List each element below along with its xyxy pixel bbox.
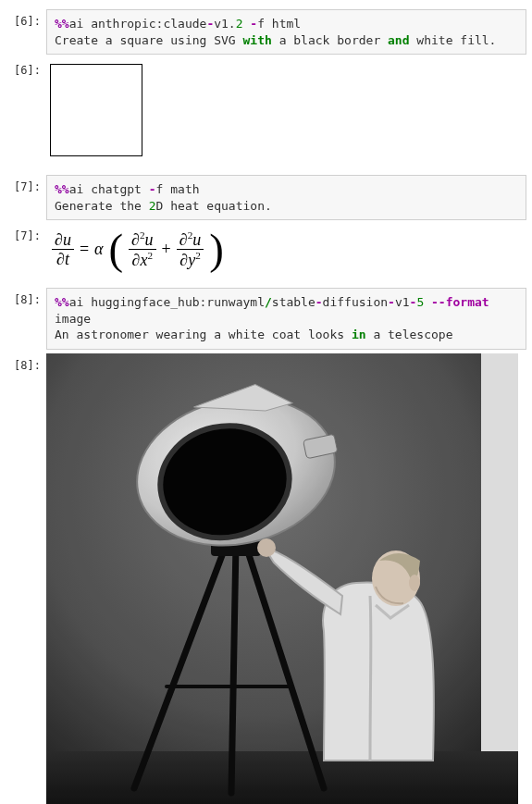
cell-input-row: [6]: %%ai anthropic:claude-v1.2 -f htmlC… xyxy=(6,9,526,55)
heat-equation: ∂u ∂t = α ( ∂2u ∂x2 + ∂2u ∂y2 ) xyxy=(50,229,523,269)
cell-output-row: [8]: xyxy=(6,353,526,804)
cell-input-row: [8]: %%ai huggingface_hub:runwayml/stabl… xyxy=(6,288,526,350)
code-cell-input[interactable]: %%ai chatgpt -f mathGenerate the 2D heat… xyxy=(46,175,526,220)
svg-rect-15 xyxy=(46,353,518,804)
cell-output-row: [6]: xyxy=(6,58,526,171)
code-cell-input[interactable]: %%ai huggingface_hub:runwayml/stable-dif… xyxy=(46,288,526,350)
svg-square-output xyxy=(50,64,142,156)
input-prompt: [7]: xyxy=(6,175,46,193)
input-prompt: [8]: xyxy=(6,288,46,306)
code-cell-input[interactable]: %%ai anthropic:claude-v1.2 -f htmlCreate… xyxy=(46,9,526,55)
cell-output-row: [7]: ∂u ∂t = α ( ∂2u ∂x2 + ∂2u ∂y2 ) xyxy=(6,224,526,284)
cell-input-row: [7]: %%ai chatgpt -f mathGenerate the 2D… xyxy=(6,175,526,220)
output-prompt: [7]: xyxy=(6,224,46,242)
output-prompt: [6]: xyxy=(6,58,46,77)
input-prompt: [6]: xyxy=(6,9,46,28)
cell-output xyxy=(46,58,526,171)
output-prompt: [8]: xyxy=(6,353,46,372)
generated-image xyxy=(46,353,518,804)
cell-output xyxy=(46,353,526,804)
cell-output: ∂u ∂t = α ( ∂2u ∂x2 + ∂2u ∂y2 ) xyxy=(46,224,526,284)
